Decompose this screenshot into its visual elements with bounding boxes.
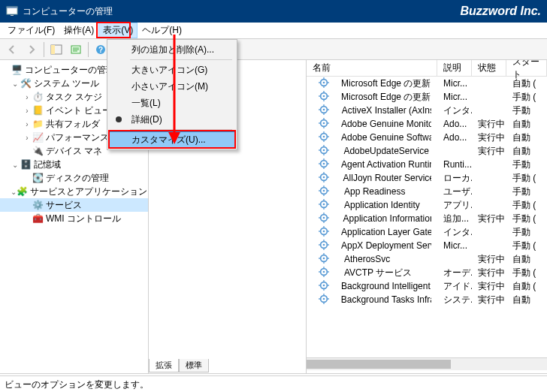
dd-details[interactable]: 詳細(D) bbox=[109, 111, 235, 128]
export-list-button[interactable] bbox=[67, 41, 85, 59]
service-row[interactable]: Adobe Genuine Software In...Ado...実行中自動 bbox=[307, 131, 547, 144]
svg-point-106 bbox=[323, 297, 325, 300]
col-startup[interactable]: スタート bbox=[506, 60, 547, 76]
forward-button[interactable] bbox=[23, 41, 41, 59]
col-status[interactable]: 状態 bbox=[472, 60, 506, 76]
service-desc: アイド... bbox=[437, 280, 472, 293]
service-name: Background Intelligent Tran... bbox=[335, 281, 431, 291]
dd-small-icons[interactable]: 小さいアイコン(M) bbox=[109, 78, 235, 95]
wmi-icon: 🧰 bbox=[32, 213, 44, 225]
service-startup: 手動 bbox=[506, 185, 547, 198]
svg-point-58 bbox=[323, 189, 325, 191]
dd-large-icons[interactable]: 大きいアイコン(G) bbox=[109, 62, 235, 78]
service-name: AppX Deployment Service (... bbox=[335, 240, 431, 251]
service-status: 実行中 bbox=[472, 280, 506, 293]
gear-icon bbox=[313, 158, 332, 171]
computer-icon: 🖥️ bbox=[11, 64, 23, 76]
svg-point-34 bbox=[323, 135, 325, 137]
status-text: ビューのオプションを変更します。 bbox=[5, 379, 149, 390]
toolbar: ? bbox=[0, 39, 547, 60]
service-startup: 手動 bbox=[506, 104, 547, 117]
tree-services-apps[interactable]: ⌄🧩サービスとアプリケーション bbox=[0, 185, 148, 198]
tree-services[interactable]: ›⚙️サービス bbox=[0, 198, 148, 212]
service-desc: アプリ... bbox=[437, 199, 472, 212]
tree-storage[interactable]: ⌄🗄️記憶域 bbox=[0, 158, 148, 171]
status-bar: ビューのオプションを変更します。 bbox=[0, 375, 547, 392]
service-row[interactable]: ActiveX Installer (AxInstSV)インタ...手動 bbox=[307, 104, 547, 117]
service-row[interactable]: AVCTP サービスオーデ...実行中手動 ( bbox=[307, 266, 547, 279]
service-row[interactable]: App Readinessユーザ...手動 bbox=[307, 185, 547, 198]
service-startup: 手動 ( bbox=[506, 213, 547, 225]
svg-point-10 bbox=[323, 81, 325, 83]
storage-icon: 🗄️ bbox=[20, 158, 32, 170]
menu-file[interactable]: ファイル(F) bbox=[3, 23, 59, 38]
service-row[interactable]: AdobeUpdateService実行中自動 bbox=[307, 144, 547, 158]
svg-point-52 bbox=[323, 176, 325, 178]
service-startup: 自動 bbox=[506, 118, 547, 131]
gear-icon bbox=[313, 267, 335, 279]
tree-wmi-control[interactable]: ›🧰WMI コントロール bbox=[0, 212, 148, 225]
col-name[interactable]: 名前 bbox=[307, 60, 437, 76]
service-startup: 手動 ( bbox=[506, 172, 547, 185]
service-status: 実行中 bbox=[472, 267, 506, 279]
menu-action[interactable]: 操作(A) bbox=[59, 23, 98, 38]
service-desc: インタ... bbox=[437, 104, 472, 117]
menu-help[interactable]: ヘルプ(H) bbox=[138, 23, 186, 38]
back-button[interactable] bbox=[3, 41, 21, 59]
svg-point-40 bbox=[323, 149, 325, 151]
disk-icon: 💽 bbox=[32, 172, 44, 184]
service-startup: 手動 ( bbox=[506, 267, 547, 279]
services-icon: ⚙️ bbox=[32, 199, 44, 211]
service-desc: 追加... bbox=[437, 213, 472, 225]
clock-icon: ⏱️ bbox=[32, 91, 44, 103]
service-desc: Micr... bbox=[437, 240, 472, 251]
horizontal-scrollbar[interactable] bbox=[307, 357, 547, 370]
service-row[interactable]: Background Intelligent Tran...アイド...実行中自… bbox=[307, 279, 547, 293]
services-list-pane: 名前 説明 状態 スタート Microsoft Edge の更新 サー...Mi… bbox=[307, 60, 547, 373]
tab-extended[interactable]: 拡張 bbox=[149, 359, 179, 372]
show-hide-tree-button[interactable] bbox=[47, 41, 65, 59]
gear-icon bbox=[313, 91, 332, 104]
services-body[interactable]: Microsoft Edge の更新 サー...Micr...自動 (Micro… bbox=[307, 77, 547, 357]
tools-icon: 🛠️ bbox=[20, 77, 32, 89]
service-row[interactable]: AllJoyn Router Serviceローカ...手動 ( bbox=[307, 171, 547, 185]
services-header[interactable]: 名前 説明 状態 スタート bbox=[307, 60, 547, 77]
svg-point-16 bbox=[323, 95, 325, 97]
gear-icon bbox=[313, 213, 334, 225]
folder-icon: 📁 bbox=[32, 118, 44, 130]
dd-list[interactable]: 一覧(L) bbox=[109, 95, 235, 111]
service-desc: システ... bbox=[437, 294, 472, 306]
gear-icon bbox=[313, 145, 334, 158]
service-row[interactable]: Background Tasks Infrastruc...システ...実行中自… bbox=[307, 293, 547, 306]
gear-icon bbox=[313, 240, 332, 252]
services-apps-icon: 🧩 bbox=[17, 185, 28, 198]
svg-point-100 bbox=[323, 284, 325, 286]
service-row[interactable]: Application Layer Gateway ...インタ...手動 bbox=[307, 225, 547, 239]
svg-point-76 bbox=[323, 230, 325, 232]
service-row[interactable]: Agent Activation Runtime_1...Runti...手動 bbox=[307, 158, 547, 171]
dd-customize[interactable]: カスタマイズ(U)... bbox=[109, 131, 235, 148]
service-startup: 手動 ( bbox=[506, 199, 547, 212]
dd-add-remove-columns[interactable]: 列の追加と削除(A)... bbox=[109, 41, 235, 58]
service-startup: 手動 bbox=[506, 158, 547, 171]
tab-strip: 拡張 標準 bbox=[149, 359, 209, 374]
service-startup: 手動 ( bbox=[506, 240, 547, 252]
service-row[interactable]: Application Information追加...実行中手動 ( bbox=[307, 212, 547, 225]
service-status: 実行中 bbox=[472, 213, 506, 225]
svg-rect-2 bbox=[11, 15, 14, 16]
service-name: App Readiness bbox=[338, 186, 411, 197]
service-row[interactable]: Microsoft Edge の更新 サー...Micr...自動 ( bbox=[307, 77, 547, 90]
tab-standard[interactable]: 標準 bbox=[179, 359, 209, 372]
service-row[interactable]: Application Identityアプリ...手動 ( bbox=[307, 198, 547, 212]
col-desc[interactable]: 説明 bbox=[437, 60, 472, 76]
service-name: Adobe Genuine Monitor Ser... bbox=[335, 119, 431, 129]
service-desc: Ado... bbox=[437, 119, 472, 129]
service-row[interactable]: Microsoft Edge の更新 サー...Micr...手動 ( bbox=[307, 90, 547, 104]
service-row[interactable]: AppX Deployment Service (...Micr...手動 ( bbox=[307, 239, 547, 252]
menu-view[interactable]: 表示(V) bbox=[98, 23, 138, 38]
tree-disk-management[interactable]: ›💽ディスクの管理 bbox=[0, 171, 148, 185]
service-name: Application Identity bbox=[338, 200, 426, 210]
svg-rect-1 bbox=[7, 7, 17, 8]
service-row[interactable]: AtherosSvc実行中自動 bbox=[307, 252, 547, 266]
service-row[interactable]: Adobe Genuine Monitor Ser...Ado...実行中自動 bbox=[307, 117, 547, 131]
